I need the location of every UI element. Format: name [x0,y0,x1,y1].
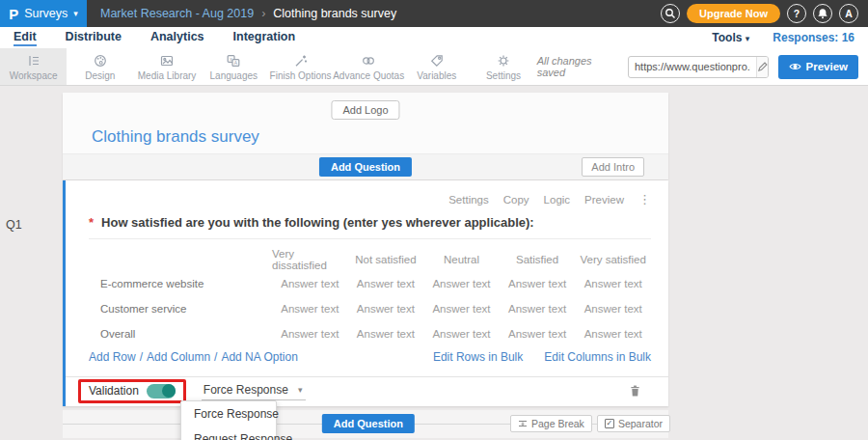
matrix-cell[interactable]: Answer text [348,321,424,346]
matrix-cell[interactable]: Answer text [423,271,500,296]
question-number: Q1 [6,218,22,232]
surveys-menu[interactable]: P Surveys ▾ [0,0,87,27]
notifications-button[interactable] [813,4,832,23]
matrix-cell[interactable]: Answer text [272,321,348,346]
toolbar-item-advance-quotas[interactable]: Advance Quotas [334,48,403,85]
nav-right: Tools ▾ Responses: 16 [712,31,868,44]
validation-type-menu: Force Response Request Response [180,400,277,440]
between-questions-strip: Add Question Page Break ✓ Separator [63,410,668,438]
question-logic-link[interactable]: Logic [544,194,571,206]
avatar[interactable]: A [839,4,858,23]
upgrade-now-button[interactable]: Upgrade Now [687,4,780,23]
matrix-cell[interactable]: Answer text [348,271,424,296]
survey-header-card: Add Logo Clothing brands survey Add Ques… [63,93,668,179]
add-na-option-link[interactable]: Add NA Option [221,350,297,364]
question-settings-link[interactable]: Settings [448,194,489,206]
matrix-row-label[interactable]: E-commerce website [89,271,272,296]
topbar-actions: Upgrade Now ? A [661,4,868,23]
matrix-column-header[interactable]: Not satisfied [348,248,424,271]
breadcrumb-folder[interactable]: Market Research - Aug 2019 [100,7,254,20]
search-icon [665,8,676,19]
nav-tabs: Edit Distribute Analytics Integration [0,30,295,46]
toolbar-right: All changes saved Preview [537,48,868,85]
toolbar-item-settings[interactable]: Settings [470,48,536,85]
media-library-icon [159,53,175,69]
link-separator: / [140,350,143,364]
question-text[interactable]: How satisfied are you with the following… [101,215,534,230]
more-options-icon[interactable]: ⋮ [638,192,651,206]
languages-icon: Ax [226,53,241,69]
add-question-button-bottom[interactable]: Add Question [322,414,415,433]
matrix-cell[interactable]: Answer text [500,321,576,346]
editor-canvas: Q1 Add Logo Clothing brands survey Add Q… [0,87,868,440]
breadcrumb-separator-icon: › [261,7,265,20]
matrix-column-header[interactable]: Very dissatisfied [272,248,348,271]
matrix-cell[interactable]: Answer text [272,271,348,296]
tab-integration[interactable]: Integration [233,30,296,46]
menu-item-force-response[interactable]: Force Response [181,401,276,426]
preview-button[interactable]: Preview [778,55,858,79]
tab-analytics[interactable]: Analytics [150,30,204,46]
validation-type-dropdown[interactable]: Force Response ▾ [202,381,307,400]
top-bar: P Surveys ▾ Market Research - Aug 2019 ›… [0,0,868,27]
gear-icon [496,53,511,69]
add-column-link[interactable]: Add Column [147,350,210,364]
chevron-down-icon: ▾ [298,385,303,395]
add-row-link[interactable]: Add Row [89,350,136,364]
search-button[interactable] [661,4,680,23]
tab-distribute[interactable]: Distribute [66,30,122,46]
survey-url-field [628,56,769,78]
toolbar-item-finish-options[interactable]: Finish Options [267,48,334,85]
quota-links-icon [361,53,376,69]
matrix-column-header[interactable]: Satisfied [500,248,576,271]
tools-menu[interactable]: Tools ▾ [712,31,749,44]
edit-columns-in-bulk-link[interactable]: Edit Columns in Bulk [544,350,651,364]
save-status: All changes saved [537,55,618,78]
matrix-cell[interactable]: Answer text [272,296,348,321]
toolbar-item-workspace[interactable]: Workspace [0,48,67,85]
page-break-chip[interactable]: Page Break [510,415,592,432]
matrix-column-header[interactable]: Neutral [423,248,500,271]
matrix-cell[interactable]: Answer text [500,271,576,296]
help-button[interactable]: ? [787,4,806,23]
toolbar-item-media-library[interactable]: Media Library [133,48,200,85]
separator-chip[interactable]: ✓ Separator [597,415,670,432]
pencil-icon [757,61,769,72]
add-question-button-top[interactable]: Add Question [319,157,412,177]
edit-url-button[interactable] [756,57,769,77]
question-copy-link[interactable]: Copy [503,194,529,206]
chevron-down-icon: ▾ [73,9,78,18]
toolbar-item-languages[interactable]: Ax Languages [201,48,267,85]
matrix-cell[interactable]: Answer text [575,271,651,296]
tag-icon [429,53,445,69]
eye-icon [789,62,801,71]
question-divider [89,238,651,239]
required-asterisk: * [89,215,94,230]
survey-title[interactable]: Clothing brands survey [92,127,259,147]
add-logo-button[interactable]: Add Logo [331,100,399,120]
annotation-highlight: Validation [78,379,186,403]
toolbar-item-variables[interactable]: Variables [403,48,470,85]
add-intro-button[interactable]: Add Intro [582,157,644,177]
bulk-links: Edit Rows in Bulk Edit Columns in Bulk [433,350,651,364]
matrix-cell[interactable]: Answer text [423,296,500,321]
matrix-row-label[interactable]: Customer service [89,296,272,321]
delete-question-button[interactable] [629,384,641,398]
validation-toggle[interactable] [147,384,176,399]
survey-url-input[interactable] [629,61,756,72]
matrix-cell[interactable]: Answer text [348,296,424,321]
survey-header-strip: Add Question Add Intro [63,153,668,179]
responses-count[interactable]: Responses: 16 [773,31,854,44]
matrix-column-header[interactable]: Very satisfied [575,248,651,271]
design-palette-icon [93,53,108,69]
matrix-row-label[interactable]: Overall [89,321,272,346]
toolbar-item-design[interactable]: Design [67,48,133,85]
matrix-cell[interactable]: Answer text [575,321,651,346]
edit-rows-in-bulk-link[interactable]: Edit Rows in Bulk [433,350,523,364]
matrix-cell[interactable]: Answer text [575,296,651,321]
menu-item-request-response[interactable]: Request Response [181,426,276,440]
matrix-cell[interactable]: Answer text [500,296,576,321]
question-preview-link[interactable]: Preview [584,194,624,206]
matrix-cell[interactable]: Answer text [423,321,500,346]
tab-edit[interactable]: Edit [14,30,37,46]
